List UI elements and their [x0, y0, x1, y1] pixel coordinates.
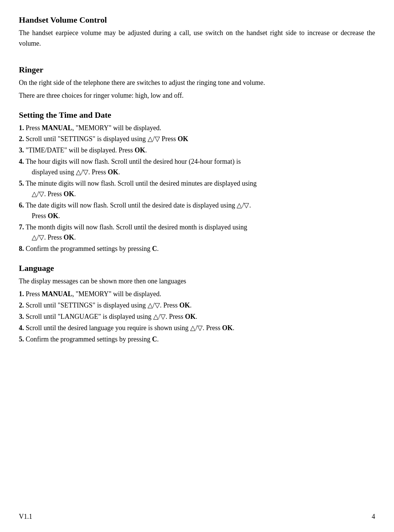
list-content: The date digits will now flash. Scroll u…	[26, 200, 375, 221]
handset-volume-paragraph: The handset earpiece volume may be adjus…	[19, 28, 375, 49]
list-content: Confirm the programmed settings by press…	[26, 244, 375, 254]
list-number: 1.	[19, 123, 26, 134]
list-content: Scroll until "SETTINGS" is displayed usi…	[26, 300, 375, 311]
ringer-section: Ringer On the right side of the telephon…	[19, 65, 375, 101]
list-item: 4. Scroll until the desired language you…	[19, 323, 375, 334]
list-item: 2. Scroll until "SETTINGS" is displayed …	[19, 134, 375, 145]
list-item: 3. "TIME/DATE" will be displayed. Press …	[19, 145, 375, 156]
time-date-title: Setting the Time and Date	[19, 110, 375, 120]
list-item: 1. Press MANUAL, "MEMORY" will be displa…	[19, 289, 375, 300]
list-content: The hour digits will now flash. Scroll u…	[26, 157, 375, 178]
list-number: 2.	[19, 300, 26, 311]
list-content: Press MANUAL, "MEMORY" will be displayed…	[26, 123, 375, 134]
list-content: Scroll until "LANGUAGE" is displayed usi…	[26, 312, 375, 322]
list-item: 3. Scroll until "LANGUAGE" is displayed …	[19, 312, 375, 322]
list-number: 4.	[19, 157, 26, 178]
ringer-title: Ringer	[19, 65, 375, 75]
list-number: 8.	[19, 244, 26, 254]
list-number: 7.	[19, 222, 26, 243]
list-number: 3.	[19, 145, 26, 156]
list-item: 2. Scroll until "SETTINGS" is displayed …	[19, 300, 375, 311]
list-content: Confirm the programmed settings by press…	[26, 334, 375, 345]
handset-volume-section: Handset Volume Control The handset earpi…	[19, 15, 375, 49]
list-number: 5.	[19, 178, 26, 200]
language-list: 1. Press MANUAL, "MEMORY" will be displa…	[19, 289, 375, 344]
list-item: 5. Confirm the programmed settings by pr…	[19, 334, 375, 345]
list-content: The minute digits will now flash. Scroll…	[26, 178, 375, 200]
list-content: Scroll until the desired language you re…	[26, 323, 375, 334]
version-label: V1.1	[19, 513, 32, 521]
list-content: "TIME/DATE" will be displayed. Press OK.	[26, 145, 375, 156]
language-section: Language The display messages can be sho…	[19, 263, 375, 344]
list-number: 4.	[19, 323, 26, 334]
list-number: 6.	[19, 200, 26, 221]
time-date-section: Setting the Time and Date 1. Press MANUA…	[19, 110, 375, 255]
list-number: 3.	[19, 312, 26, 322]
list-number: 5.	[19, 334, 26, 345]
list-content: Press MANUAL, "MEMORY" will be displayed…	[26, 289, 375, 300]
list-number: 1.	[19, 289, 26, 300]
ringer-paragraph2: There are three choices for ringer volum…	[19, 91, 375, 101]
list-item: 8. Confirm the programmed settings by pr…	[19, 244, 375, 254]
list-number: 2.	[19, 134, 26, 145]
list-content: Scroll until "SETTINGS" is displayed usi…	[26, 134, 375, 145]
time-date-list: 1. Press MANUAL, "MEMORY" will be displa…	[19, 123, 375, 255]
language-intro: The display messages can be shown more t…	[19, 276, 375, 287]
handset-volume-title: Handset Volume Control	[19, 15, 375, 25]
page-number: 4	[372, 513, 375, 521]
list-item: 6. The date digits will now flash. Scrol…	[19, 200, 375, 221]
language-title: Language	[19, 263, 375, 273]
list-content: The month digits will now flash. Scroll …	[26, 222, 375, 243]
list-item: 4. The hour digits will now flash. Scrol…	[19, 157, 375, 178]
list-item: 7. The month digits will now flash. Scro…	[19, 222, 375, 243]
ringer-paragraph1: On the right side of the telephone there…	[19, 78, 375, 88]
list-item: 5. The minute digits will now flash. Scr…	[19, 178, 375, 200]
list-item: 1. Press MANUAL, "MEMORY" will be displa…	[19, 123, 375, 134]
footer: V1.1 4	[19, 513, 375, 521]
